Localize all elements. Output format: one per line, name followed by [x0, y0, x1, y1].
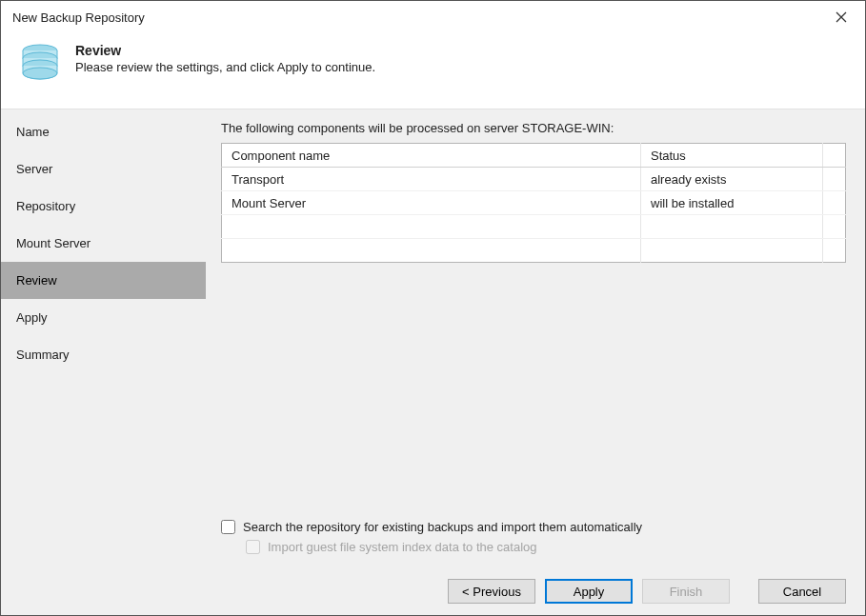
- step-apply[interactable]: Apply: [1, 299, 206, 336]
- cell-status: will be installed: [641, 191, 823, 215]
- search-repository-checkbox[interactable]: [221, 520, 235, 534]
- cell-status: already exists: [641, 168, 823, 191]
- components-table: Component name Status Transport already …: [221, 143, 846, 263]
- import-index-option: Import guest file system index data to t…: [246, 540, 846, 554]
- import-index-label: Import guest file system index data to t…: [268, 540, 537, 554]
- step-server[interactable]: Server: [1, 150, 206, 188]
- step-review[interactable]: Review: [1, 262, 206, 299]
- col-status: Status: [641, 144, 823, 168]
- svg-point-3: [23, 68, 57, 79]
- options-block: Search the repository for existing backu…: [221, 520, 846, 560]
- step-summary[interactable]: Summary: [1, 336, 206, 373]
- step-repository[interactable]: Repository: [1, 188, 206, 225]
- wizard-header: Review Please review the settings, and c…: [1, 33, 865, 109]
- header-title: Review: [75, 43, 375, 58]
- table-row: Mount Server will be installed: [222, 191, 846, 215]
- table-row: [222, 239, 846, 263]
- step-mount-server[interactable]: Mount Server: [1, 225, 206, 262]
- titlebar: New Backup Repository: [1, 1, 865, 33]
- table-row: Transport already exists: [222, 168, 846, 191]
- cell-component: [222, 239, 641, 263]
- cell-status: [641, 239, 823, 263]
- cell-component: Mount Server: [222, 191, 641, 215]
- window-title: New Backup Repository: [12, 10, 145, 25]
- apply-button[interactable]: Apply: [545, 579, 633, 604]
- search-repository-option[interactable]: Search the repository for existing backu…: [221, 520, 846, 534]
- review-panel: The following components will be process…: [206, 109, 865, 567]
- review-intro-text: The following components will be process…: [221, 121, 846, 135]
- col-spacer: [823, 144, 846, 168]
- import-index-checkbox: [246, 540, 260, 554]
- wizard-steps-sidebar: Name Server Repository Mount Server Revi…: [1, 109, 206, 567]
- wizard-footer: < Previous Apply Finish Cancel: [1, 567, 865, 615]
- cancel-button[interactable]: Cancel: [758, 579, 846, 604]
- table-row: [222, 215, 846, 239]
- previous-button[interactable]: < Previous: [448, 579, 535, 604]
- close-icon[interactable]: [827, 3, 856, 31]
- header-subtitle: Please review the settings, and click Ap…: [75, 60, 375, 74]
- step-name[interactable]: Name: [1, 113, 206, 150]
- col-component: Component name: [222, 144, 641, 168]
- cell-status: [641, 215, 823, 239]
- cell-component: Transport: [222, 168, 641, 191]
- repository-icon: [20, 43, 62, 91]
- finish-button: Finish: [642, 579, 730, 604]
- cell-component: [222, 215, 641, 239]
- search-repository-label: Search the repository for existing backu…: [243, 520, 642, 534]
- wizard-body: Name Server Repository Mount Server Revi…: [1, 109, 865, 567]
